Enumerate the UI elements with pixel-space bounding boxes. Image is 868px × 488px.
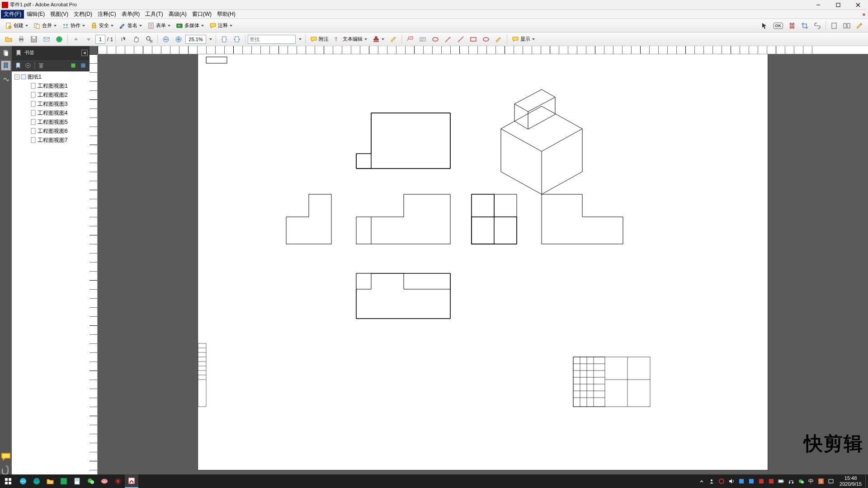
taskbar-edge-icon[interactable] xyxy=(30,474,43,488)
create-button[interactable]: 创建 xyxy=(3,20,30,31)
menu-help[interactable]: 帮助(H) xyxy=(214,10,238,19)
hand-tool-icon[interactable] xyxy=(131,34,142,45)
tray-ime-icon[interactable]: 中 xyxy=(806,474,816,488)
tray-app2-icon[interactable] xyxy=(746,474,756,488)
start-button[interactable] xyxy=(0,474,16,488)
show-desktop-button[interactable] xyxy=(865,474,868,488)
two-page-icon[interactable] xyxy=(841,20,853,31)
menu-tools[interactable]: 工具(T) xyxy=(142,10,165,19)
cloud-icon[interactable] xyxy=(429,34,441,45)
bm-options-icon[interactable] xyxy=(24,61,33,70)
menu-document[interactable]: 文档(D) xyxy=(71,10,95,19)
tray-battery-icon[interactable] xyxy=(776,474,786,488)
bm-delete-icon[interactable] xyxy=(37,61,46,70)
stamp-icon[interactable] xyxy=(370,34,387,45)
tray-notifications-icon[interactable] xyxy=(826,474,836,488)
menu-advanced[interactable]: 高级(A) xyxy=(166,10,189,19)
bm-expand-icon[interactable] xyxy=(69,61,78,70)
ok-tool[interactable]: OK xyxy=(771,20,786,31)
page-viewport[interactable] xyxy=(98,54,868,474)
tray-wechat-icon[interactable] xyxy=(796,474,806,488)
menu-window[interactable]: 窗口(W) xyxy=(189,10,214,19)
next-page-down-icon[interactable] xyxy=(83,34,94,45)
taskbar-explorer-icon[interactable] xyxy=(43,474,57,488)
prev-page-up-icon[interactable] xyxy=(70,34,82,45)
rail-attachments-icon[interactable] xyxy=(1,465,11,474)
bm-new-icon[interactable] xyxy=(14,61,23,70)
zoom-out-icon[interactable] xyxy=(160,34,172,45)
bookmarks-tree[interactable]: − 图纸1 工程图视图1 工程图视图2 工程图视图3 工程图视图4 工程图视图5… xyxy=(12,71,90,474)
minimize-button[interactable] xyxy=(808,0,828,10)
close-button[interactable] xyxy=(848,0,868,10)
tray-app4-icon[interactable] xyxy=(766,474,776,488)
bookmark-item[interactable]: 工程图视图3 xyxy=(13,99,89,108)
show-button[interactable]: 显示 xyxy=(509,34,537,45)
tree-collapse-icon[interactable]: − xyxy=(14,75,19,80)
select-tool[interactable] xyxy=(759,20,770,31)
rail-bookmarks-icon[interactable] xyxy=(1,61,11,70)
taskbar-clock[interactable]: 15:48 2020/9/15 xyxy=(836,475,865,487)
touchup-tool[interactable] xyxy=(786,20,798,31)
menu-view[interactable]: 视图(V) xyxy=(47,10,71,19)
rectangle-icon[interactable] xyxy=(467,34,479,45)
web-icon[interactable] xyxy=(53,34,65,45)
tray-app1-icon[interactable] xyxy=(736,474,746,488)
tray-location-icon[interactable] xyxy=(717,474,726,488)
sticky-note-button[interactable]: 附注 xyxy=(308,34,331,45)
line-icon[interactable] xyxy=(455,34,467,45)
taskbar-paint-icon[interactable] xyxy=(98,474,111,488)
page-number-input[interactable] xyxy=(95,35,105,44)
highlight-icon[interactable] xyxy=(387,34,399,45)
zoom-dropdown[interactable] xyxy=(207,34,213,45)
textbox-icon[interactable] xyxy=(417,34,429,45)
taskbar-record-icon[interactable] xyxy=(111,474,125,488)
find-dropdown[interactable] xyxy=(297,34,303,45)
rail-pages-icon[interactable] xyxy=(1,48,11,58)
taskbar-acrobat-icon[interactable] xyxy=(125,474,138,488)
single-page-icon[interactable] xyxy=(828,20,840,31)
tray-overflow-icon[interactable] xyxy=(697,474,707,488)
save-icon[interactable] xyxy=(28,34,40,45)
combine-button[interactable]: 合并 xyxy=(31,20,59,31)
multimedia-button[interactable]: 多媒体 xyxy=(174,20,206,31)
print-icon[interactable] xyxy=(15,34,27,45)
fit-width-icon[interactable] xyxy=(231,34,243,45)
tray-app3-icon[interactable] xyxy=(756,474,766,488)
bookmark-item[interactable]: 工程图视图2 xyxy=(13,90,89,99)
bookmark-item[interactable]: 工程图视图6 xyxy=(13,127,89,136)
bookmark-item[interactable]: 工程图视图5 xyxy=(13,117,89,127)
collaborate-button[interactable]: 协作 xyxy=(60,20,87,31)
bookmark-item[interactable]: 工程图视图4 xyxy=(13,108,89,117)
open-icon[interactable] xyxy=(3,34,14,45)
taskbar-app1-icon[interactable] xyxy=(57,474,71,488)
tray-volume-icon[interactable] xyxy=(726,474,736,488)
bookmark-item[interactable]: 工程图视图1 xyxy=(13,81,89,90)
forms-button[interactable]: 表单 xyxy=(145,20,173,31)
bookmark-root[interactable]: − 图纸1 xyxy=(13,72,89,81)
sign-button[interactable]: 签名 xyxy=(117,20,144,31)
zoom-in-icon[interactable] xyxy=(173,34,184,45)
edit-tool[interactable] xyxy=(854,20,865,31)
email-icon[interactable] xyxy=(41,34,52,45)
callout-icon[interactable] xyxy=(404,34,416,45)
close-document-icon[interactable]: × xyxy=(860,10,868,19)
zoom-input[interactable] xyxy=(185,35,206,44)
comment-button[interactable]: 注释 xyxy=(207,20,235,31)
tray-sogou-icon[interactable]: S xyxy=(816,474,826,488)
find-input[interactable] xyxy=(248,35,296,44)
taskbar-wechat-icon[interactable] xyxy=(84,474,98,488)
menu-file[interactable]: 文件(F) xyxy=(1,10,24,19)
pencil-icon[interactable] xyxy=(493,34,505,45)
secure-button[interactable]: 安全 xyxy=(88,20,116,31)
menu-comments[interactable]: 注释(C) xyxy=(95,10,119,19)
select-text-icon[interactable]: I xyxy=(118,34,130,45)
marquee-zoom-icon[interactable] xyxy=(143,34,155,45)
rail-signatures-icon[interactable] xyxy=(1,73,11,83)
oval-icon[interactable] xyxy=(480,34,492,45)
rail-comments-icon[interactable] xyxy=(1,452,11,462)
bookmark-item[interactable]: 工程图视图7 xyxy=(13,136,89,145)
panel-collapse-icon[interactable]: ◂ xyxy=(81,50,88,56)
text-edit-button[interactable]: T 文本编辑 xyxy=(332,34,369,45)
tray-network-icon[interactable] xyxy=(786,474,796,488)
taskbar-ie-icon[interactable] xyxy=(16,474,30,488)
